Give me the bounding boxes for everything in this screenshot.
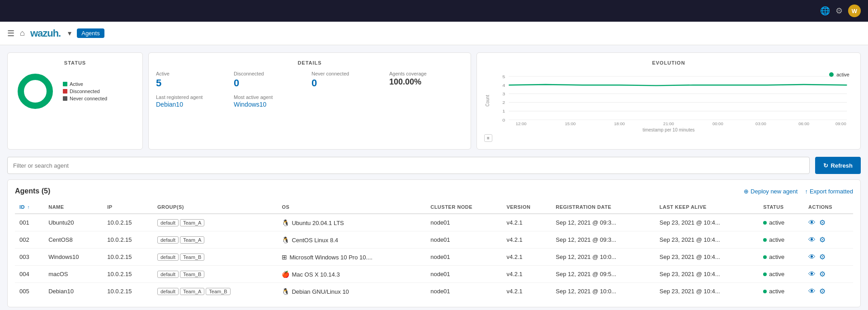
deploy-button[interactable]: ⊕ Deploy new agent — [744, 188, 797, 195]
col-os[interactable]: OS — [277, 201, 426, 214]
table-row: 004 macOS 10.0.2.15 defaultTeam_B 🍎Mac O… — [15, 266, 853, 283]
col-status[interactable]: Status — [759, 201, 804, 214]
home-icon[interactable]: ⌂ — [20, 28, 25, 38]
col-keepalive[interactable]: Last keep alive — [655, 201, 759, 214]
settings-icon[interactable]: ⚙ — [835, 6, 843, 16]
view-icon[interactable]: 👁 — [808, 236, 816, 244]
cell-keepalive: Sep 23, 2021 @ 10:4... — [655, 214, 759, 231]
search-input[interactable] — [7, 157, 810, 174]
avatar[interactable]: W — [848, 5, 861, 17]
svg-text:03:00: 03:00 — [755, 122, 766, 125]
cell-status: active — [759, 283, 804, 300]
table-row: 005 Debian10 10.0.2.15 defaultTeam_ATeam… — [15, 283, 853, 300]
cell-keepalive: Sep 23, 2021 @ 10:4... — [655, 266, 759, 283]
svg-text:4: 4 — [502, 83, 505, 87]
svg-text:15:00: 15:00 — [565, 122, 576, 125]
config-icon[interactable]: ⚙ — [819, 253, 826, 261]
view-icon[interactable]: 👁 — [808, 270, 816, 278]
cell-version: v4.2.1 — [502, 283, 551, 300]
export-button[interactable]: ↑ Export formatted — [805, 188, 853, 195]
agents-title: Agents (5) — [15, 187, 50, 195]
legend: Active Disconnected Never connected — [63, 81, 107, 101]
group-tag[interactable]: Team_A — [180, 219, 204, 226]
active-value: 5 — [156, 77, 230, 89]
refresh-button[interactable]: ↻ Refresh — [815, 157, 861, 174]
donut-chart — [15, 71, 56, 112]
never-connected-value: 0 — [311, 77, 386, 89]
evolution-title: EVOLUTION — [484, 60, 853, 66]
group-tag[interactable]: default — [157, 236, 179, 244]
col-ip[interactable]: IP — [103, 201, 153, 214]
group-tag[interactable]: Team_B — [180, 271, 204, 278]
topbar: 🌐 ⚙ W — [0, 0, 868, 22]
svg-text:21:00: 21:00 — [663, 122, 674, 125]
globe-icon[interactable]: 🌐 — [820, 6, 830, 16]
status-dot — [763, 255, 767, 259]
col-id[interactable]: ID ↑ — [15, 201, 44, 214]
config-icon[interactable]: ⚙ — [819, 270, 826, 278]
svg-text:1: 1 — [502, 109, 505, 113]
chart-svg: 5 4 3 2 1 0 Count 12:00 15:00 18:00 21:0… — [484, 71, 853, 125]
nav-dropdown[interactable]: ▾ — [68, 29, 71, 38]
group-tag[interactable]: Team_B — [206, 288, 230, 295]
cell-os: 🍎Mac OS X 10.14.3 — [277, 266, 426, 283]
config-icon[interactable]: ⚙ — [819, 236, 826, 244]
group-tag[interactable]: Team_A — [180, 288, 204, 295]
cell-keepalive: Sep 23, 2021 @ 10:4... — [655, 249, 759, 266]
hamburger-icon[interactable]: ☰ — [7, 28, 14, 38]
filter-bar: ↻ Refresh — [7, 157, 861, 174]
config-icon[interactable]: ⚙ — [819, 287, 826, 295]
table-row: 002 CentOS8 10.0.2.15 defaultTeam_A 🐧Cen… — [15, 231, 853, 249]
cell-version: v4.2.1 — [502, 214, 551, 231]
chart-toolbar-btn[interactable]: ≡ — [484, 134, 492, 142]
cell-cluster: node01 — [426, 214, 502, 231]
cell-groups: defaultTeam_B — [153, 266, 277, 283]
col-groups[interactable]: Group(s) — [153, 201, 277, 214]
cell-registration: Sep 12, 2021 @ 10:0... — [551, 249, 655, 266]
never-connected-item: Never connected 0 — [311, 71, 386, 89]
cell-registration: Sep 12, 2021 @ 09:5... — [551, 266, 655, 283]
table-row: 003 Windows10 10.0.2.15 defaultTeam_B ⊞M… — [15, 249, 853, 266]
coverage-label: Agents coverage — [389, 71, 463, 76]
cell-ip: 10.0.2.15 — [103, 249, 153, 266]
cell-actions: 👁 ⚙ — [804, 283, 853, 300]
group-tag[interactable]: default — [157, 219, 179, 226]
last-agent-link[interactable]: Debian10 — [156, 101, 230, 108]
cell-id: 001 — [15, 214, 44, 231]
cell-id: 002 — [15, 231, 44, 249]
evolution-card: EVOLUTION active 5 4 3 — [476, 52, 861, 150]
cell-os: ⊞Microsoft Windows 10 Pro 10.... — [277, 249, 426, 266]
cell-id: 005 — [15, 283, 44, 300]
chart-toolbar: ≡ — [484, 134, 853, 142]
disconnected-label: Disconnected — [70, 89, 100, 94]
cell-cluster: node01 — [426, 231, 502, 249]
view-icon[interactable]: 👁 — [808, 287, 816, 295]
details-title: DETAILS — [156, 60, 463, 66]
cell-groups: defaultTeam_A — [153, 214, 277, 231]
col-name[interactable]: Name — [44, 201, 103, 214]
active-label: Active — [156, 71, 230, 76]
export-label: Export formatted — [810, 188, 853, 195]
group-tag[interactable]: Team_A — [180, 236, 204, 244]
cell-status: active — [759, 231, 804, 249]
col-version[interactable]: Version — [502, 201, 551, 214]
export-icon: ↑ — [805, 188, 808, 195]
cell-status: active — [759, 266, 804, 283]
active-legend-dot — [829, 72, 834, 77]
view-icon[interactable]: 👁 — [808, 253, 816, 261]
cell-id: 003 — [15, 249, 44, 266]
view-icon[interactable]: 👁 — [808, 219, 816, 226]
most-active-item: Most active agent Windows10 — [234, 94, 308, 108]
most-active-link[interactable]: Windows10 — [234, 101, 308, 108]
group-tag[interactable]: Team_B — [180, 254, 204, 261]
os-icon: 🐧 — [282, 236, 289, 244]
cell-name: CentOS8 — [44, 231, 103, 249]
coverage-item: Agents coverage 100.00% — [389, 71, 463, 89]
group-tag[interactable]: default — [157, 271, 179, 278]
config-icon[interactable]: ⚙ — [819, 219, 826, 226]
col-registration[interactable]: Registration date — [551, 201, 655, 214]
nav-tag[interactable]: Agents — [77, 28, 104, 38]
group-tag[interactable]: default — [157, 254, 179, 261]
col-cluster[interactable]: Cluster node — [426, 201, 502, 214]
group-tag[interactable]: default — [157, 288, 179, 295]
